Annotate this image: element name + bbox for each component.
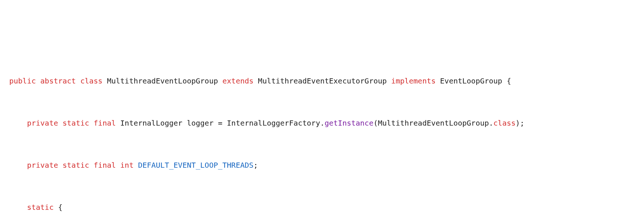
equals: =: [214, 119, 227, 127]
keyword-static: static: [63, 119, 89, 127]
keyword-public: public: [9, 76, 36, 85]
interface-name: EventLoopGroup: [440, 76, 502, 85]
code-line-2: private static final InternalLogger logg…: [9, 116, 644, 130]
code-line-3: private static final int DEFAULT_EVENT_L…: [9, 158, 644, 172]
arg-part: (MultithreadEventLoopGroup.: [373, 119, 493, 127]
keyword-int: int: [120, 161, 134, 170]
class-name: MultithreadEventLoopGroup: [107, 76, 218, 85]
parent-class: MultithreadEventExecutorGroup: [258, 76, 387, 85]
keyword-final: final: [94, 119, 116, 127]
keyword-implements: implements: [391, 76, 436, 85]
keyword-final: final: [94, 161, 116, 170]
keyword-private: private: [27, 161, 58, 170]
code-line-1: public abstract class MultithreadEventLo…: [9, 74, 644, 88]
code-block: public abstract class MultithreadEventLo…: [0, 56, 644, 215]
keyword-abstract: abstract: [40, 76, 76, 85]
semicolon: ;: [253, 161, 258, 170]
keyword-extends: extends: [222, 76, 253, 85]
keyword-static: static: [27, 203, 53, 212]
var-name: logger: [187, 119, 214, 127]
keyword-static: static: [63, 161, 89, 170]
line-end: );: [516, 119, 524, 127]
keyword-class: class: [80, 76, 103, 85]
factory-class: InternalLoggerFactory.: [227, 119, 325, 127]
method-call: getInstance: [325, 119, 373, 127]
keyword-class: class: [494, 119, 516, 127]
type-name: InternalLogger: [120, 119, 183, 127]
code-line-4: static {: [9, 200, 644, 214]
brace: {: [53, 203, 62, 212]
brace: {: [502, 76, 511, 85]
keyword-private: private: [27, 119, 58, 127]
constant-name: DEFAULT_EVENT_LOOP_THREADS: [138, 161, 253, 170]
